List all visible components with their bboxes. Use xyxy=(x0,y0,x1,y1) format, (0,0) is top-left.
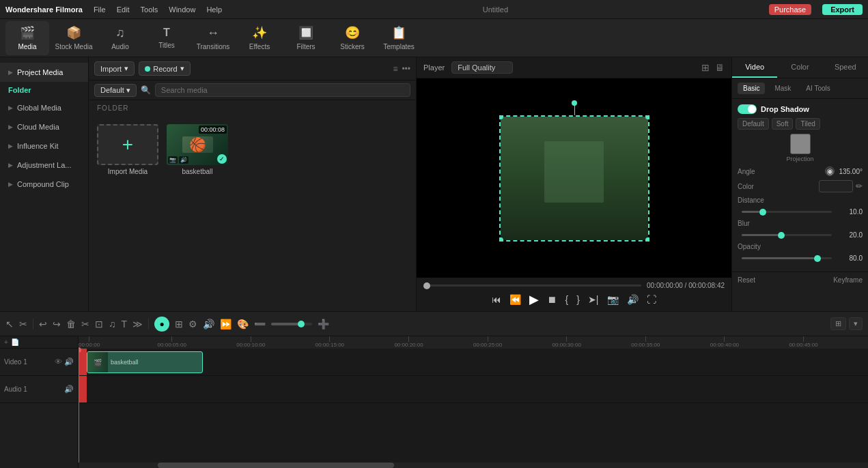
tab-titles[interactable]: T Titles xyxy=(145,21,188,55)
tl-zoom-thumb[interactable] xyxy=(298,321,305,327)
preset-tiled[interactable]: Tiled xyxy=(796,118,820,130)
tl-zoom-slider[interactable] xyxy=(271,323,312,325)
search-input[interactable] xyxy=(155,83,410,97)
add-to-timeline-button[interactable]: ➤| xyxy=(588,294,599,305)
default-button[interactable]: Default ▾ xyxy=(94,84,137,97)
grid-icon[interactable]: ⊞ xyxy=(701,62,710,73)
media-item-basketball[interactable]: 00:00:08 📷 🔊 ✓ basketball xyxy=(167,124,228,175)
preset-soft[interactable]: Soft xyxy=(772,118,794,130)
distance-thumb[interactable] xyxy=(759,209,766,216)
tl-redo-button[interactable]: ↪ xyxy=(53,319,61,330)
tl-more-button[interactable]: ≫ xyxy=(132,319,143,330)
preset-default[interactable]: Default xyxy=(738,118,769,130)
tl-view-grid[interactable]: ⊞ xyxy=(830,317,846,330)
edit-color-icon[interactable]: ✏ xyxy=(856,181,863,191)
purchase-btn[interactable]: Purchase xyxy=(769,4,811,15)
add-track-icon[interactable]: + xyxy=(4,338,8,346)
tab-templates[interactable]: 📋 Templates xyxy=(377,21,421,55)
tl-effect-button[interactable]: ⚙ xyxy=(188,319,197,330)
progress-track[interactable] xyxy=(423,284,641,287)
basic-tab-ai-tools[interactable]: AI Tools xyxy=(800,83,835,94)
menu-edit[interactable]: Edit xyxy=(117,5,130,14)
add-audio-icon[interactable]: 📄 xyxy=(11,338,19,346)
audio-button[interactable]: 🔊 xyxy=(627,294,639,305)
scroll-thumb[interactable] xyxy=(158,463,395,468)
media-item-import[interactable]: + Import Media xyxy=(97,124,158,175)
menu-tools[interactable]: Tools xyxy=(141,5,158,14)
eye-icon[interactable]: 👁 xyxy=(55,357,62,366)
tab-speed[interactable]: Speed xyxy=(823,57,868,78)
tl-audio-button[interactable]: ♫ xyxy=(109,319,116,330)
timeline-scrollbar[interactable] xyxy=(79,463,868,468)
more-icon[interactable]: ••• xyxy=(402,64,410,74)
tl-zoom-out[interactable]: ➖ xyxy=(254,319,266,330)
tl-undo-button[interactable]: ↩ xyxy=(39,319,47,330)
handle-tl[interactable] xyxy=(499,115,503,119)
sidebar-item-compound-clip[interactable]: ▶ Compound Clip xyxy=(0,175,88,194)
color-swatch[interactable] xyxy=(819,180,853,192)
tab-color[interactable]: Color xyxy=(777,57,822,78)
play-button[interactable]: ▶ xyxy=(529,292,539,307)
stop-button[interactable]: ⏹ xyxy=(547,294,557,305)
tl-color-button[interactable]: 🎨 xyxy=(237,319,249,330)
tl-audio2-button[interactable]: 🔊 xyxy=(203,319,214,330)
blur-slider[interactable] xyxy=(742,234,832,236)
tab-stickers[interactable]: 😊 Stickers xyxy=(331,21,374,55)
playhead[interactable] xyxy=(79,349,79,463)
tl-view-more[interactable]: ▾ xyxy=(849,317,863,330)
tab-effects[interactable]: ✨ Effects xyxy=(238,21,281,55)
quality-select[interactable]: Full Quality 1/2 1/4 xyxy=(451,61,513,74)
keyframe-button[interactable]: Keyframe xyxy=(833,276,863,284)
tab-transitions[interactable]: ↔ Transitions xyxy=(191,21,235,55)
opacity-thumb[interactable] xyxy=(814,255,821,262)
opacity-slider[interactable] xyxy=(742,257,832,259)
tab-video[interactable]: Video xyxy=(732,57,777,78)
progress-thumb[interactable] xyxy=(423,282,430,289)
record-button[interactable]: Record ▾ xyxy=(139,61,190,76)
tl-text-button[interactable]: T xyxy=(122,319,128,330)
tl-select-tool[interactable]: ↖ xyxy=(5,319,14,330)
basic-tab-basic[interactable]: Basic xyxy=(738,83,765,94)
import-button[interactable]: Import ▾ xyxy=(94,61,135,76)
speaker-icon[interactable]: 🔊 xyxy=(64,357,74,366)
blur-thumb[interactable] xyxy=(778,232,785,239)
step-back-button[interactable]: ⏪ xyxy=(509,294,521,305)
snapshot-button[interactable]: 📷 xyxy=(607,294,619,305)
sidebar-item-influence-kit[interactable]: ▶ Influence Kit xyxy=(0,136,88,156)
distance-slider[interactable] xyxy=(742,211,832,213)
mark-in-button[interactable]: { xyxy=(565,294,568,305)
sidebar-item-global-media[interactable]: ▶ Global Media xyxy=(0,98,88,117)
tl-split-button[interactable]: ✂ xyxy=(81,319,89,330)
menu-window[interactable]: Window xyxy=(169,5,195,14)
tl-zoom-in[interactable]: ➕ xyxy=(318,319,329,330)
reset-button[interactable]: Reset xyxy=(738,276,755,284)
tl-transition-button[interactable]: ⊞ xyxy=(175,319,183,330)
export-btn[interactable]: Export xyxy=(822,4,863,15)
sidebar-item-adjustment[interactable]: ▶ Adjustment La... xyxy=(0,156,88,175)
screen-icon[interactable]: 🖥 xyxy=(715,62,725,73)
handle-br[interactable] xyxy=(645,237,649,242)
tab-media[interactable]: 🎬 Media xyxy=(5,21,49,55)
basic-tab-mask[interactable]: Mask xyxy=(769,83,796,94)
tab-stock[interactable]: 📦 Stock Media xyxy=(52,21,96,55)
tab-filters[interactable]: 🔲 Filters xyxy=(284,21,328,55)
handle-tr[interactable] xyxy=(645,115,649,119)
fullscreen-button[interactable]: ⛶ xyxy=(647,294,656,305)
tl-speed-button[interactable]: ⏩ xyxy=(220,319,232,330)
sidebar-item-cloud-media[interactable]: ▶ Cloud Media xyxy=(0,117,88,136)
tl-cut-tool[interactable]: ✂ xyxy=(19,319,27,330)
angle-knob[interactable]: ◉ xyxy=(825,166,835,176)
drop-shadow-toggle[interactable] xyxy=(738,104,757,114)
tab-audio[interactable]: ♫ Audio xyxy=(98,21,142,55)
tl-delete-button[interactable]: 🗑 xyxy=(66,319,76,330)
clip-basketball[interactable]: 🎬 basketball xyxy=(87,351,203,373)
sidebar-item-project-media[interactable]: ▶ Project Media xyxy=(0,63,88,82)
menu-file[interactable]: File xyxy=(94,5,106,14)
speaker2-icon[interactable]: 🔊 xyxy=(64,385,74,394)
skip-back-button[interactable]: ⏮ xyxy=(492,294,501,305)
tl-crop-button[interactable]: ⊡ xyxy=(95,319,103,330)
mark-out-button[interactable]: } xyxy=(576,294,580,305)
tl-add-marker[interactable]: ● xyxy=(154,317,169,332)
filter-icon[interactable]: ≡ xyxy=(393,64,397,74)
menu-help[interactable]: Help xyxy=(206,5,222,14)
